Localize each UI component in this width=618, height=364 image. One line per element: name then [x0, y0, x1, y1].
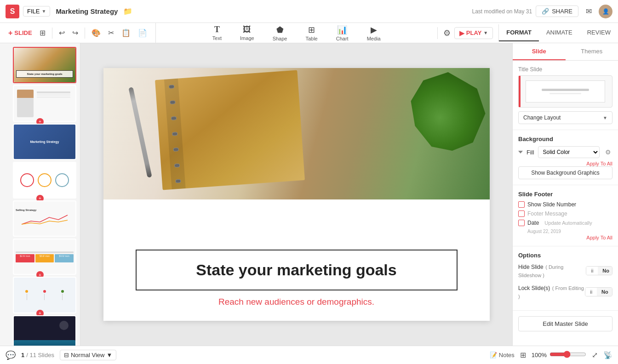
show-background-button[interactable]: Show Background Graphics	[518, 166, 612, 179]
notification-icon[interactable]: ✉	[582, 5, 595, 18]
options-section: Options Hide Slide ( During Slideshow ) …	[513, 246, 618, 311]
chart-tool[interactable]: 📊 Chart	[332, 23, 352, 43]
notes-button[interactable]: 📝 Notes	[490, 352, 515, 358]
lock-slide-label-group: Lock Slide(s) ( From Editing )	[518, 284, 585, 300]
slide-thumb-3[interactable]: Marketing Strategy	[13, 124, 76, 160]
fit-icon[interactable]: ⤢	[592, 351, 598, 359]
table-tool[interactable]: ⊞ Table	[302, 23, 321, 43]
slide-panel: 1 State your marketing goals 2	[0, 43, 80, 346]
chart-label: Chart	[336, 36, 349, 41]
shape-label: Shape	[273, 36, 287, 41]
file-label: FILE	[27, 8, 40, 15]
text-label: Text	[212, 35, 222, 41]
slide-wrapper-7: 7	[4, 277, 76, 313]
format-tab[interactable]: FORMAT	[499, 24, 539, 41]
slide-thumb-1[interactable]: State your marketing goals	[13, 47, 76, 83]
show-slide-number-checkbox[interactable]	[518, 201, 525, 208]
rp-tab-slide[interactable]: Slide	[513, 43, 566, 60]
lock-slide-ii-btn[interactable]: ii	[585, 288, 597, 296]
shape-tool[interactable]: ⬟ Shape	[269, 23, 291, 43]
play-dropdown-icon: ▼	[483, 30, 488, 35]
text-tool[interactable]: T Text	[209, 23, 225, 43]
hide-slide-label: Hide Slide	[518, 264, 544, 270]
date-row: Date Update Automatically	[518, 220, 612, 226]
media-tool[interactable]: ▶ Media	[363, 23, 384, 43]
plus-icon: +	[8, 29, 12, 37]
undo-button[interactable]: ↩	[56, 27, 68, 39]
slide-thumb-8[interactable]	[13, 315, 76, 346]
media-label: Media	[367, 36, 381, 41]
view-selector[interactable]: ⊟ Normal View ▼	[60, 350, 116, 360]
layout-icon-button[interactable]: ⊞	[37, 27, 48, 39]
hide-slide-label-group: Hide Slide ( During Slideshow )	[518, 262, 586, 279]
animate-tab[interactable]: ANIMATE	[539, 24, 580, 41]
toolbar-left: + SLIDE ⊞ ↩ ↪ 🎨 ✂ 📋 📄	[0, 23, 156, 43]
date-checkbox[interactable]	[518, 220, 525, 226]
canvas-area: State your marketing goals Reach new aud…	[80, 43, 512, 346]
fill-label: Fill	[526, 149, 534, 156]
slide-thumb-inner-1: State your marketing goals	[14, 48, 75, 82]
change-layout-arrow-icon: ▼	[603, 115, 607, 120]
file-menu[interactable]: FILE ▼	[23, 6, 50, 17]
fill-gear-icon[interactable]: ⚙	[603, 148, 612, 157]
hide-slide-toggle: ii No	[586, 266, 612, 275]
background-section: Background Fill Solid Color ⚙ Apply To A…	[513, 130, 618, 185]
slide-main-title: State your marketing goals	[160, 261, 434, 279]
last-modified: Last modified on May 31	[472, 8, 532, 15]
fill-select[interactable]: Solid Color	[538, 146, 600, 158]
play-label: PLAY	[466, 29, 481, 36]
lock-slide-label: Lock Slide(s)	[518, 285, 550, 291]
footer-apply-all[interactable]: Apply To All	[518, 235, 612, 240]
settings-icon[interactable]: ⚙	[443, 28, 451, 38]
zoom-slider[interactable]	[549, 351, 586, 358]
slide-button-label: SLIDE	[14, 29, 32, 36]
image-tool[interactable]: 🖼 Image	[236, 23, 258, 43]
hide-slide-row: Hide Slide ( During Slideshow ) ii No	[518, 262, 612, 279]
background-apply-all[interactable]: Apply To All	[518, 161, 612, 166]
doc-title: Marketing Strategy	[56, 7, 118, 15]
slide-thumb-5[interactable]: Selling Strategy	[13, 200, 76, 237]
slide-thumb-4[interactable]	[13, 162, 76, 198]
slide-wrapper-2: 2 +	[4, 85, 76, 121]
format-button[interactable]: 🎨	[89, 27, 103, 39]
review-tab[interactable]: REVIEW	[580, 24, 618, 41]
date-label: Date	[527, 220, 539, 226]
slide-thumb-7[interactable]	[13, 277, 76, 313]
copy-button[interactable]: 📋	[119, 27, 133, 39]
fill-collapse-icon[interactable]	[518, 151, 523, 154]
broadcast-icon[interactable]: 📡	[603, 351, 612, 359]
lock-slide-no-btn[interactable]: No	[597, 288, 612, 296]
slide-thumb-inner-2	[14, 86, 75, 120]
cut-button[interactable]: ✂	[105, 27, 117, 39]
hide-slide-ii-btn[interactable]: ii	[586, 267, 598, 275]
slide-thumb-6[interactable]: $2.6/ mon $3.6/ mon $4.6/ mon	[13, 239, 76, 275]
play-button[interactable]: ▶ PLAY ▼	[454, 27, 493, 39]
slide-thumb-inner-3: Marketing Strategy	[14, 125, 75, 159]
comment-icon[interactable]: 💬	[6, 350, 16, 360]
right-panel: Slide Themes Title Slide Change Layout ▼	[512, 43, 618, 346]
bottom-bar: 💬 1 / 11 Slides ⊟ Normal View ▼ 📝 Notes …	[0, 346, 618, 364]
zoom-area: 100%	[532, 351, 586, 360]
toolbar-right: ⚙ ▶ PLAY ▼	[437, 27, 498, 39]
add-slide-button[interactable]: + SLIDE	[6, 27, 35, 39]
slide-thumb-inner-5: Selling Strategy	[14, 201, 75, 236]
red-accent	[519, 76, 521, 107]
redo-button[interactable]: ↪	[69, 27, 81, 39]
slide-wrapper-6: 6 $2.6/ mon $3.6/ mon $4.6/ mon +	[4, 239, 76, 275]
slides-grid-icon[interactable]: ⊞	[520, 351, 526, 359]
change-layout-button[interactable]: Change Layout ▼	[518, 111, 612, 124]
view-dropdown-icon: ▼	[106, 352, 112, 358]
edit-master-button[interactable]: Edit Master Slide	[518, 316, 612, 331]
slide-canvas[interactable]: State your marketing goals Reach new aud…	[103, 68, 490, 321]
share-button[interactable]: 🔗 SHARE	[536, 6, 578, 17]
slide-thumb-2[interactable]	[13, 85, 76, 121]
rp-tab-themes[interactable]: Themes	[566, 43, 618, 60]
toolbar-center: T Text 🖼 Image ⬟ Shape ⊞ Table 📊 Chart ▶…	[156, 23, 437, 43]
hide-slide-no-btn[interactable]: No	[598, 267, 612, 275]
show-slide-number-label: Show Slide Number	[527, 201, 576, 208]
view-layout-icon: ⊟	[64, 352, 69, 358]
footer-message-checkbox[interactable]	[518, 210, 525, 217]
avatar[interactable]: 👤	[599, 5, 612, 18]
format-tabs: FORMAT ANIMATE REVIEW	[498, 24, 618, 41]
paste-button[interactable]: 📄	[135, 27, 150, 39]
